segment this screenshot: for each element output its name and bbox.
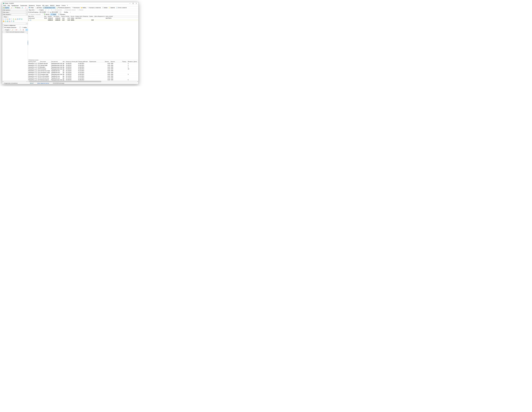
- combo-types[interactable]: ( Все типы )▾: [2, 11, 28, 13]
- services-hscroll[interactable]: ◂ ▸: [28, 81, 138, 82]
- services-grid-header[interactable]: Группа услуги Тип услуги Тип расчета Акт…: [28, 61, 138, 63]
- sidebar-copy-button[interactable]: [19, 29, 22, 31]
- sum-count-link[interactable]: (1): [30, 20, 31, 21]
- table-row[interactable]: Невский пр., д.1, 123ОтоплениеПериодичес…: [28, 68, 138, 70]
- card-icon[interactable]: [5, 18, 6, 20]
- sidebar-filter-button[interactable]: Фильтр: [14, 7, 21, 9]
- tab-paydocs[interactable]: Платежные документы: [56, 7, 71, 9]
- sidebar-hscroll[interactable]: ◂ ▸: [2, 81, 28, 82]
- accounts-grid-header[interactable]: Вид счёта Вал... Баланс На начало Платеж…: [28, 16, 138, 18]
- table-row[interactable]: Невский пр., д.1, 123ДомофонПериодически…: [28, 66, 138, 68]
- status-admin[interactable]: Демо Администратор: [37, 83, 50, 84]
- charge-button[interactable]: Начислить: [54, 9, 63, 11]
- delete-button[interactable]: [50, 9, 53, 11]
- envelope-icon[interactable]: [7, 18, 9, 20]
- summary-row[interactable]: ∑ (1) 22698.00 22698.00 0.00 0.00 22698.…: [28, 19, 138, 21]
- cube-icon[interactable]: [17, 18, 19, 20]
- tab-print[interactable]: Распечатки: [71, 7, 80, 9]
- box-icon[interactable]: [9, 20, 10, 22]
- menu-resources[interactable]: Ресурсы: [36, 5, 41, 6]
- table-row[interactable]: Невский пр., д.1, 123Горячая водаПериоди…: [28, 65, 138, 66]
- create-button[interactable]: Создать: [37, 9, 44, 11]
- table-row[interactable]: Невский пр., д.1, 123Счётчик Гор. водаТа…: [28, 70, 138, 72]
- tree-icon[interactable]: [15, 18, 17, 20]
- minimize-button[interactable]: [128, 2, 131, 4]
- search-button[interactable]: Поиск▾: [3, 16, 9, 18]
- maximize-button[interactable]: [132, 2, 135, 4]
- tab-contracts[interactable]: Договоры: [34, 7, 42, 9]
- gear-cycle-icon[interactable]: [5, 20, 6, 22]
- menu-dicts[interactable]: Справочники: [19, 5, 28, 6]
- acct-type-dropdown[interactable]: Вид счёта▾: [28, 9, 36, 11]
- globe-icon[interactable]: [7, 20, 9, 22]
- people-icon[interactable]: [3, 18, 4, 20]
- db-icon[interactable]: [9, 18, 10, 20]
- tab-contacts[interactable]: Контакты с клиентом: [87, 7, 101, 9]
- month-dropdown[interactable]: Ноябрь▾: [64, 11, 71, 13]
- sidebar-grid-button[interactable]: [25, 29, 28, 31]
- svg-rect-35: [20, 29, 21, 30]
- set-balance-button[interactable]: Установить баланс: [63, 9, 76, 11]
- table-row[interactable]: Невский пр., д.1, 123СчётчикХол. водаТар…: [28, 72, 138, 74]
- table-row[interactable]: Невский пр., д.1, 123Холодная водаПериод…: [28, 74, 138, 75]
- tag-icon[interactable]: [19, 18, 20, 20]
- sidebar-paste-button[interactable]: [22, 29, 25, 31]
- combo-extra[interactable]: ▾: [2, 22, 28, 24]
- menu-radius[interactable]: RADIUS: [49, 5, 55, 6]
- tab-balance[interactable]: Балансовые счета: [43, 7, 56, 9]
- journal-button[interactable]: Журнал операций...: [28, 13, 42, 15]
- tab-notes[interactable]: Заметки: [108, 7, 115, 9]
- table-row[interactable]: Невский пр., д.1, 123Вывоз мусораПериоди…: [28, 63, 138, 65]
- sidebar-user2-icon[interactable]: [27, 7, 30, 9]
- table-row[interactable]: Счета услуг RUR 22698.00 22698.00 0.00 0…: [28, 18, 138, 19]
- menu-docs[interactable]: Документы: [28, 5, 35, 6]
- find-button[interactable]: Найти: [21, 27, 27, 29]
- sidebar-splitter-grip[interactable]: [28, 41, 28, 45]
- sidebar-groups-button[interactable]: Группы: [3, 7, 10, 9]
- menu-tariff[interactable]: Тарификация: [11, 5, 19, 6]
- filter-button[interactable]: Фильтр: [43, 13, 50, 15]
- stacked-icon[interactable]: [13, 20, 14, 22]
- sidebar-create-button[interactable]: Создать▾: [3, 29, 11, 31]
- combo-groups[interactable]: ( Все группы )▾: [2, 9, 28, 11]
- links-button[interactable]: Связи: [50, 13, 57, 15]
- sidebar-list[interactable]: ▲: [2, 33, 28, 81]
- menu-help[interactable]: ?: [66, 5, 68, 6]
- refresh-button[interactable]: Обновить: [57, 13, 66, 15]
- menu-reports[interactable]: Отчёты: [61, 5, 66, 6]
- pie-icon[interactable]: [11, 20, 12, 22]
- menu-pin[interactable]: PIN - карты: [42, 5, 49, 6]
- sidebar-refresh-icon[interactable]: [21, 7, 24, 9]
- table-row[interactable]: Невский пр., д.1, 123Эл.счётчик ДеньТари…: [28, 75, 138, 77]
- sidebar-delete-button[interactable]: ▾: [15, 29, 19, 31]
- date-to[interactable]: 30.11.2023: [52, 11, 59, 13]
- date-to-btn[interactable]: ▾: [60, 11, 61, 13]
- menu-import[interactable]: Импорт: [55, 5, 61, 6]
- puzzle-icon[interactable]: [3, 20, 4, 22]
- close-button[interactable]: [135, 2, 138, 4]
- table-row[interactable]: Невский пр., д.1, 123Эл.счётчик НочьТари…: [28, 77, 138, 79]
- balance-icon: [64, 9, 65, 11]
- chk-search-in-found[interactable]: [3, 25, 4, 26]
- date-from[interactable]: 01.11.2023: [39, 11, 47, 13]
- list-icon[interactable]: [21, 18, 23, 20]
- link-button[interactable]: Связать: [76, 9, 84, 11]
- doc-icon[interactable]: [11, 18, 12, 20]
- sidebar-edit2-button[interactable]: ▾: [11, 29, 15, 31]
- date-from-btn[interactable]: ▾: [48, 11, 49, 13]
- chk-before-find[interactable]: [19, 27, 21, 28]
- combo-objects[interactable]: ( Все объекты )▾: [2, 13, 28, 15]
- chk-keep-result[interactable]: [3, 27, 4, 28]
- tab-report[interactable]: Отчет о клиенте: [115, 7, 127, 9]
- link-icon: [51, 14, 52, 15]
- tab-orders[interactable]: Заявки: [101, 7, 108, 9]
- sidebar-user1-icon[interactable]: [24, 7, 27, 9]
- sidebar-edit-button[interactable]: ▾: [10, 7, 14, 9]
- edit2-button[interactable]: [48, 9, 50, 11]
- menu-file[interactable]: Файл: [3, 5, 7, 6]
- menu-view[interactable]: Вид: [7, 5, 10, 6]
- person-green-icon[interactable]: [13, 18, 14, 20]
- tab-files[interactable]: Файлы: [80, 7, 87, 9]
- edit-button[interactable]: [45, 9, 47, 11]
- table-row[interactable]: Невский пр., д.1, 123ЭлектроэнергияПерио…: [28, 79, 138, 81]
